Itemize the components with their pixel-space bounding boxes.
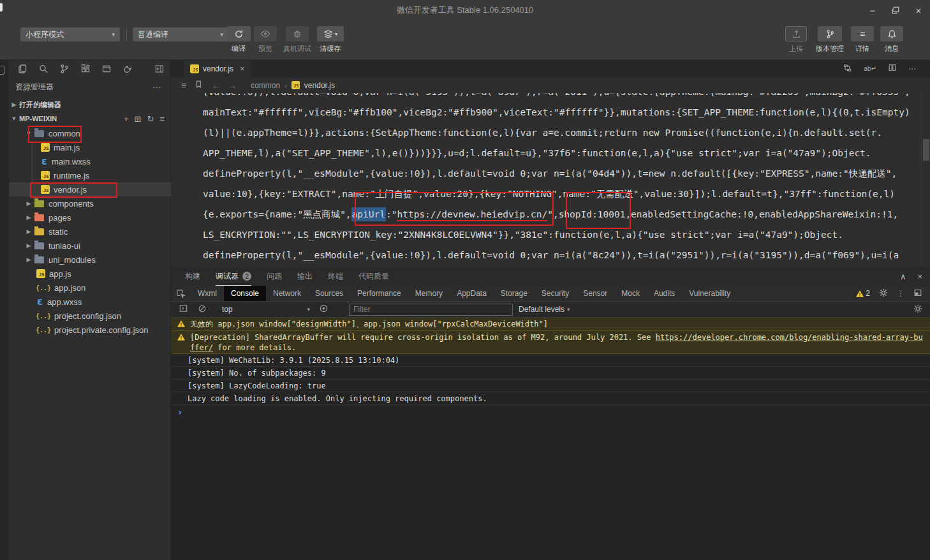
teapot-icon[interactable] bbox=[122, 64, 133, 74]
console-filter-input[interactable] bbox=[349, 304, 513, 316]
tree-item-project-config[interactable]: project.config.json bbox=[9, 309, 171, 323]
devtools-tab-audits[interactable]: Audits bbox=[647, 286, 682, 301]
code-area[interactable]: {value:!0}),l.default=void 0;var n=i(a("… bbox=[171, 93, 921, 267]
panel-tab-build[interactable]: 构建 bbox=[185, 271, 200, 282]
dock-side-icon[interactable] bbox=[913, 288, 922, 299]
console-context-dropdown[interactable]: top ▾ bbox=[222, 305, 310, 314]
tree-item-static[interactable]: ▶ static bbox=[9, 225, 171, 239]
more-actions-icon[interactable]: ⋯ bbox=[908, 64, 916, 73]
console-system-row[interactable]: [system] WeChatLib: 3.9.1 (2025.8.15 13:… bbox=[171, 354, 930, 367]
bookmark-icon[interactable] bbox=[195, 80, 203, 91]
devtools-tab-storage[interactable]: Storage bbox=[494, 286, 535, 301]
tree-item-common[interactable]: ▼ common bbox=[9, 126, 171, 140]
tree-item-main-wxss[interactable]: main.wxss bbox=[9, 154, 171, 168]
close-button[interactable]: × bbox=[907, 0, 930, 20]
version-manage-button[interactable]: 版本管理 bbox=[811, 26, 848, 54]
new-folder-icon[interactable]: ⊞ bbox=[135, 114, 142, 124]
panel-tab-output[interactable]: 输出 bbox=[297, 271, 313, 282]
devtools-tab-vulnerability[interactable]: Vulnerability bbox=[682, 286, 737, 301]
refresh-icon[interactable]: ↻ bbox=[147, 114, 154, 124]
more-actions-icon[interactable]: ⋯ bbox=[152, 79, 162, 94]
git-branch-icon[interactable] bbox=[59, 64, 70, 74]
messages-button[interactable]: 消息 bbox=[879, 26, 904, 54]
console-prompt[interactable]: › bbox=[171, 405, 930, 419]
collapse-panel-icon[interactable]: ∧ bbox=[900, 272, 906, 281]
breadcrumb-folder[interactable]: common bbox=[251, 81, 280, 90]
tab-vendor-js[interactable]: vendor.js × bbox=[184, 60, 251, 77]
devtools-tab-memory[interactable]: Memory bbox=[408, 286, 450, 301]
live-expression-eye-icon[interactable] bbox=[319, 304, 328, 315]
details-button[interactable]: ≡ 详情 bbox=[850, 26, 875, 54]
forward-icon[interactable]: → bbox=[228, 80, 237, 91]
panel-tab-code-quality[interactable]: 代码质量 bbox=[358, 271, 389, 282]
back-icon[interactable]: ← bbox=[212, 80, 221, 91]
devtools-tab-wxml[interactable]: Wxml bbox=[191, 286, 224, 301]
warning-counter[interactable]: 2 bbox=[856, 289, 870, 298]
chevron-down-icon: ▾ bbox=[220, 31, 223, 38]
devtools-tab-performance[interactable]: Performance bbox=[350, 286, 408, 301]
collapse-sidebar-icon[interactable] bbox=[154, 64, 165, 74]
tree-item-app-js[interactable]: app.js bbox=[9, 267, 171, 281]
restore-button[interactable] bbox=[884, 0, 907, 20]
collapse-all-icon[interactable]: ≡ bbox=[159, 114, 165, 124]
panel-tab-debugger[interactable]: 调试器2 bbox=[216, 271, 251, 282]
devtools-tab-sources[interactable]: Sources bbox=[308, 286, 350, 301]
tree-item-app-wxss[interactable]: app.wxss bbox=[9, 295, 171, 309]
outline-icon[interactable]: ≡ bbox=[181, 80, 186, 91]
devtools-tab-sensor[interactable]: Sensor bbox=[576, 286, 614, 301]
console-system-row[interactable]: [system] No. of subpackages: 9 bbox=[171, 367, 930, 379]
compare-changes-icon[interactable] bbox=[843, 63, 852, 75]
kebab-menu-icon[interactable]: ⋮ bbox=[897, 289, 904, 298]
minimize-button[interactable]: − bbox=[861, 0, 884, 20]
code-line: (l)||(e.appTheme=l)}},actions:{SetAppThe… bbox=[203, 122, 921, 143]
log-levels-dropdown[interactable]: Default levels ▾ bbox=[519, 305, 570, 314]
compile-mode-dropdown[interactable]: 普通编译▾ bbox=[133, 27, 228, 41]
preview-button[interactable]: 预览 bbox=[253, 26, 278, 54]
close-panel-icon[interactable]: × bbox=[917, 272, 922, 281]
open-editors-section[interactable]: ▶ 打开的编辑器 bbox=[9, 98, 171, 111]
clear-console-icon[interactable] bbox=[198, 304, 207, 315]
search-icon[interactable] bbox=[38, 64, 48, 74]
panel-tab-problems[interactable]: 问题 bbox=[267, 271, 282, 282]
devtools-tab-console[interactable]: Console bbox=[224, 286, 266, 301]
tree-item-app-json[interactable]: app.json bbox=[9, 281, 171, 295]
mode-dropdown[interactable]: 小程序模式▾ bbox=[20, 27, 120, 41]
panel-tab-terminal[interactable]: 终端 bbox=[328, 271, 343, 282]
console-sidebar-toggle-icon[interactable] bbox=[179, 304, 188, 315]
extensions-icon[interactable] bbox=[80, 64, 91, 74]
console-info-row[interactable]: Lazy code loading is enabled. Only injec… bbox=[171, 392, 930, 405]
word-wrap-icon[interactable]: ab↵ bbox=[864, 65, 876, 72]
window-icon[interactable] bbox=[101, 64, 112, 74]
upload-button[interactable]: 上传 bbox=[783, 26, 809, 54]
remote-debug-button[interactable]: 真机调试 bbox=[279, 26, 315, 54]
tree-item-project-private-config[interactable]: project.private.config.json bbox=[9, 323, 171, 337]
tree-item-runtime-js[interactable]: runtime.js bbox=[9, 168, 171, 182]
devtools-tab-security[interactable]: Security bbox=[535, 286, 576, 301]
console-warning-row[interactable]: [Deprecation] SharedArrayBuffer will req… bbox=[171, 331, 930, 354]
console-system-row[interactable]: [system] LazyCodeLoading: true bbox=[171, 379, 930, 392]
devtools-tab-network[interactable]: Network bbox=[266, 286, 308, 301]
close-tab-icon[interactable]: × bbox=[240, 64, 245, 73]
tree-item-tuniao-ui[interactable]: ▶ tuniao-ui bbox=[9, 239, 171, 253]
clear-cache-button[interactable]: ▾ 清缓存 bbox=[316, 26, 344, 54]
files-icon[interactable] bbox=[17, 64, 27, 74]
settings-gear-icon[interactable] bbox=[879, 288, 888, 299]
split-editor-icon[interactable] bbox=[888, 63, 897, 74]
editor-scrollbar[interactable] bbox=[921, 93, 930, 267]
inspect-element-icon[interactable] bbox=[171, 286, 191, 301]
devtools-tab-appdata[interactable]: AppData bbox=[450, 286, 494, 301]
project-section[interactable]: ▼ MP-WEIXIN + ⊞ ↻ ≡ bbox=[9, 112, 171, 125]
console-warning-row[interactable]: 无效的 app.json window["designWidth"]、app.j… bbox=[171, 318, 930, 331]
devtools-tab-mock[interactable]: Mock bbox=[614, 286, 647, 301]
console-settings-gear-icon[interactable] bbox=[913, 304, 922, 315]
tree-item-vendor-js[interactable]: vendor.js bbox=[9, 182, 171, 196]
tree-item-main-js[interactable]: main.js bbox=[9, 140, 171, 154]
tree-item-pages[interactable]: ▶ pages bbox=[9, 210, 171, 225]
scrollbar-thumb[interactable] bbox=[923, 139, 929, 161]
tree-item-uni-modules[interactable]: ▶ uni_modules bbox=[9, 253, 171, 267]
compile-button[interactable]: 编译 bbox=[225, 26, 253, 54]
new-file-icon[interactable]: + bbox=[124, 114, 129, 124]
tree-item-components[interactable]: ▶ components bbox=[9, 196, 171, 210]
breadcrumb-file[interactable]: vendor.js bbox=[304, 81, 335, 90]
chevron-down-icon: ▾ bbox=[307, 306, 310, 313]
